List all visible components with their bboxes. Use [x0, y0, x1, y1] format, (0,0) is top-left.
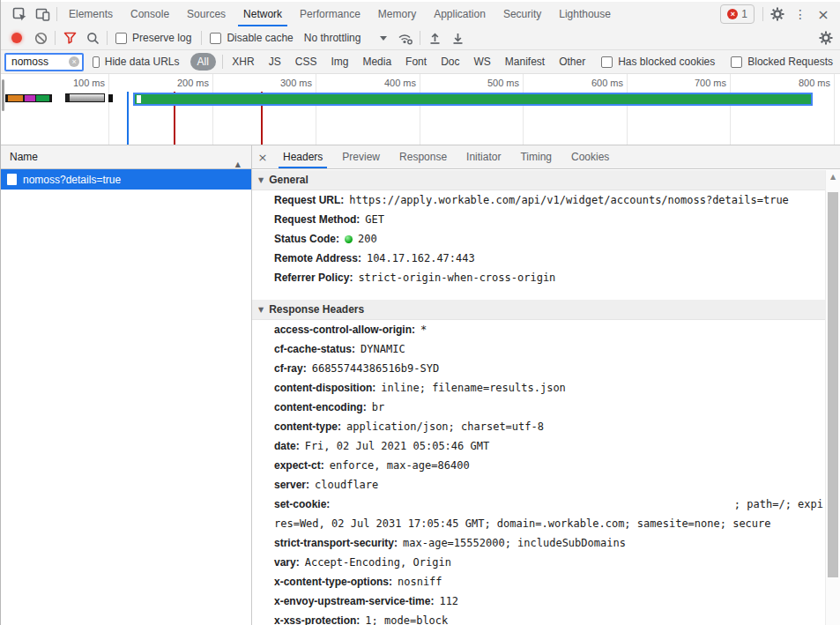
tab-memory[interactable]: Memory [369, 2, 425, 26]
tab-console[interactable]: Console [122, 2, 178, 26]
filter-type-doc[interactable]: Doc [434, 56, 466, 68]
inspect-element-icon[interactable] [8, 3, 31, 26]
hide-data-urls-label: Hide data URLs [105, 56, 180, 68]
header-value: * [420, 324, 427, 336]
detail-tab-initiator[interactable]: Initiator [457, 145, 510, 168]
response-header-row: x-xss-protection:1; mode=block [252, 611, 825, 625]
filter-type-css[interactable]: CSS [288, 56, 324, 68]
filter-type-xhr[interactable]: XHR [225, 56, 261, 68]
header-value: cloudflare [315, 479, 378, 491]
record-icon[interactable] [11, 33, 22, 43]
network-settings-gear-icon[interactable] [819, 31, 840, 45]
has-blocked-cookies-label: Has blocked cookies [618, 56, 715, 68]
response-headers-section-header[interactable]: ▼ Response Headers [252, 300, 825, 320]
header-value: Fri, 02 Jul 2021 05:05:46 GMT [305, 440, 490, 452]
tab-performance[interactable]: Performance [291, 2, 369, 26]
gridline [834, 74, 835, 145]
general-row: Remote Address:104.17.162.47:443 [252, 249, 825, 268]
tab-elements[interactable]: Elements [60, 2, 122, 26]
network-conditions-icon[interactable] [394, 26, 417, 49]
general-row: Request URL:https://apply.workable.com/a… [252, 190, 825, 210]
filter-type-manifest[interactable]: Manifest [498, 56, 552, 68]
response-header-row: cf-ray:66855744386516b9-SYD [252, 359, 825, 378]
filter-icon[interactable] [58, 26, 81, 49]
tab-lighthouse[interactable]: Lighthouse [550, 2, 620, 26]
name-column-header[interactable]: Name ▲ [1, 145, 251, 169]
header-value: res=Wed, 02 Jul 2031 17:05:45 GMT; domai… [274, 517, 771, 530]
tick-label: 700 ms [672, 78, 726, 88]
tab-network[interactable]: Network [234, 2, 291, 26]
waterfall-mini-bar [65, 93, 105, 102]
header-name: vary: [274, 556, 300, 569]
general-section-header[interactable]: ▼ General [252, 170, 825, 190]
import-har-icon[interactable] [423, 26, 446, 49]
device-toolbar-icon[interactable] [31, 3, 54, 26]
header-name: content-encoding: [274, 401, 367, 413]
filter-type-img[interactable]: Img [323, 56, 355, 68]
hide-data-urls-checkbox[interactable] [93, 56, 100, 68]
settings-gear-icon[interactable] [766, 3, 789, 26]
header-value: DYNAMIC [361, 343, 405, 355]
header-name: date: [274, 440, 300, 452]
filter-type-media[interactable]: Media [355, 56, 398, 68]
header-value: 112 [439, 595, 458, 607]
main-tabs: Elements Console Sources Network Perform… [60, 2, 620, 26]
header-name: Request Method: [274, 213, 360, 226]
header-value: 104.17.162.47:443 [367, 252, 475, 264]
console-error-badge[interactable]: × 1 [720, 4, 755, 24]
network-overview[interactable]: 100 ms 200 ms 300 ms 400 ms 500 ms 600 m… [1, 74, 840, 145]
scrollbar-up-icon[interactable]: ▲ [826, 170, 840, 183]
overview-mini-scrollbar[interactable] [2, 79, 4, 111]
scrollbar-thumb[interactable] [828, 192, 838, 577]
throttling-select[interactable]: No throttling [304, 32, 388, 44]
tab-application[interactable]: Application [425, 2, 494, 26]
tab-sources[interactable]: Sources [178, 2, 234, 26]
filter-type-ws[interactable]: WS [466, 56, 497, 68]
header-name: Status Code: [274, 233, 339, 245]
network-toolbar: Preserve log Disable cache No throttling [1, 26, 840, 50]
tabbar-left-icons [1, 3, 60, 26]
network-split-view: Name ▲ nomoss?details=true × Headers Pre… [1, 145, 840, 625]
disable-cache-checkbox[interactable] [210, 33, 221, 44]
filter-type-font[interactable]: Font [398, 56, 434, 68]
waterfall-mini-bar [108, 94, 113, 102]
filter-input-wrap: × [4, 53, 84, 71]
detail-tab-timing[interactable]: Timing [510, 145, 561, 168]
export-har-icon[interactable] [446, 26, 469, 49]
close-details-icon[interactable]: × [252, 151, 273, 164]
vertical-scrollbar[interactable]: ▲ [825, 170, 840, 625]
header-value: 200 [358, 233, 377, 245]
tab-security[interactable]: Security [494, 2, 550, 26]
blocked-requests-label: Blocked Requests [747, 56, 833, 68]
header-name: strict-transport-security: [274, 537, 398, 549]
tick-label: 400 ms [361, 78, 416, 88]
clear-filter-icon[interactable]: × [69, 56, 79, 67]
header-name: content-type: [274, 420, 341, 433]
divider [420, 31, 420, 45]
header-name: server: [274, 479, 309, 491]
header-value: strict-origin-when-cross-origin [358, 272, 555, 284]
filter-type-js[interactable]: JS [262, 56, 288, 68]
preserve-log-checkbox[interactable] [115, 33, 127, 44]
header-name: x-xss-protection: [274, 614, 360, 625]
blocked-requests-checkbox[interactable] [731, 56, 742, 68]
detail-tab-headers[interactable]: Headers [273, 145, 332, 168]
detail-tab-cookies[interactable]: Cookies [561, 145, 619, 168]
error-count: 1 [741, 8, 747, 20]
request-row-selected[interactable]: nomoss?details=true [1, 169, 251, 190]
filter-type-all[interactable]: All [190, 53, 216, 71]
general-row: Referrer Policy:strict-origin-when-cross… [252, 268, 825, 287]
more-menu-icon[interactable]: ⋮ [789, 3, 812, 26]
search-icon[interactable] [81, 26, 104, 49]
clear-icon[interactable] [29, 26, 52, 49]
header-value: inline; filename=results.json [381, 382, 566, 394]
header-name: cf-ray: [274, 362, 307, 375]
filter-type-other[interactable]: Other [552, 56, 592, 68]
detail-tab-preview[interactable]: Preview [332, 145, 390, 168]
has-blocked-cookies-checkbox[interactable] [601, 56, 613, 68]
response-header-row: server:cloudflare [252, 475, 825, 495]
tabbar-right-icons: × 1 ⋮ × [720, 3, 840, 26]
request-name: nomoss?details=true [23, 174, 121, 186]
close-devtools-icon[interactable]: × [812, 3, 835, 26]
detail-tab-response[interactable]: Response [390, 145, 457, 168]
